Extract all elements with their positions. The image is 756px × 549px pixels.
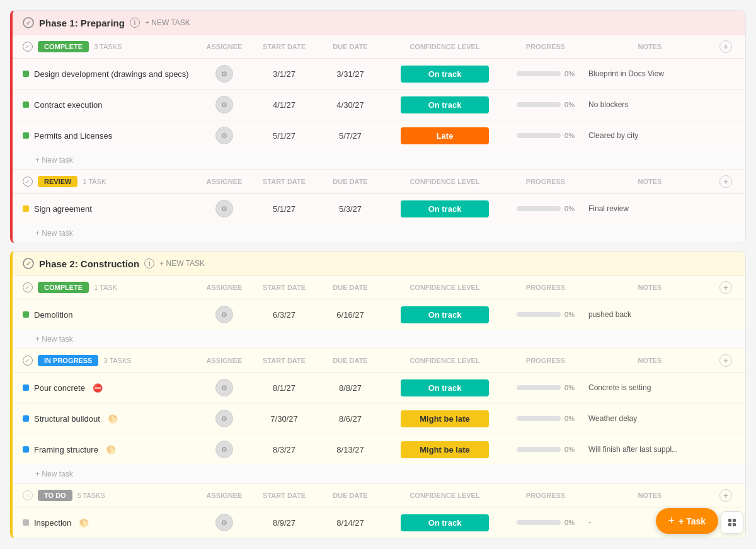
task-dot — [23, 446, 29, 453]
col-notes-r1: NOTES — [583, 178, 716, 185]
task-name: Contract execution — [34, 100, 102, 110]
assignee-avatar[interactable]: ⚙ — [215, 200, 233, 217]
task-status-icon: 🌕 — [108, 414, 118, 424]
phase2-info-icon[interactable]: i — [144, 258, 154, 269]
fab-task-button[interactable]: + + Task — [656, 508, 718, 534]
grid-view-button[interactable] — [721, 511, 743, 534]
table-row: Framing structure 🌕 ⚙ 8/3/27 8/13/27 Mig… — [13, 434, 745, 465]
assignee-avatar[interactable]: ⚙ — [215, 410, 233, 427]
phase1-chevron[interactable]: ✓ — [23, 17, 34, 28]
task-name: Inspection — [34, 518, 71, 528]
due-date: 5/3/27 — [319, 204, 382, 214]
assignee-avatar[interactable]: ⚙ — [215, 96, 233, 113]
confidence-badge: Might be late — [401, 410, 489, 427]
progress-pct: 0% — [564, 446, 575, 453]
add-col-btn-2[interactable]: + — [719, 281, 732, 294]
col-duedate-2td: DUE DATE — [319, 492, 382, 499]
section2-complete-badge: COMPLETE — [38, 282, 89, 293]
task-dot — [23, 415, 29, 422]
progress-bar — [517, 447, 561, 452]
col-startdate-r1: START DATE — [249, 178, 319, 185]
notes-cell: pushed back — [583, 310, 716, 319]
fab-plus-icon: + — [668, 514, 675, 528]
due-date: 8/8/27 — [319, 383, 382, 393]
section1-review-chevron[interactable]: ✓ — [23, 176, 33, 187]
section2-todo-chevron[interactable]: ○ — [23, 490, 33, 500]
task-name: Pour concrete — [34, 383, 85, 393]
col-startdate-2ip: START DATE — [249, 357, 319, 364]
section2-complete-chevron[interactable]: ✓ — [23, 282, 33, 292]
add-col-btn-2td[interactable]: + — [719, 489, 732, 502]
section2-todo-badge: TO DO — [38, 490, 72, 501]
add-col-btn-2ip[interactable]: + — [719, 354, 732, 367]
phase1-info-icon[interactable]: i — [130, 18, 140, 28]
confidence-badge: Might be late — [401, 441, 489, 458]
section2-inprogress-badge: IN PROGRESS — [38, 355, 98, 366]
col-progress-2td: PROGRESS — [508, 492, 583, 499]
progress-pct: 0% — [564, 205, 575, 212]
phase2-chevron[interactable]: ✓ — [23, 258, 34, 269]
progress-bar — [517, 416, 561, 421]
col-progress-r1: PROGRESS — [508, 178, 583, 185]
confidence-badge: Late — [401, 127, 489, 144]
start-date: 6/3/27 — [249, 310, 319, 320]
phase1-title: Phase 1: Preparing — [39, 18, 125, 28]
col-confidence-2ip: CONFIDENCE LEVEL — [382, 357, 508, 364]
confidence-badge: On track — [401, 514, 489, 531]
new-task-link-1[interactable]: + New task — [13, 151, 745, 170]
confidence-badge: On track — [401, 200, 489, 217]
section1-complete-chevron[interactable]: ✓ — [23, 42, 33, 52]
phase1-new-task[interactable]: + NEW TASK — [145, 18, 190, 27]
table-row: Design development (drawings and specs) … — [13, 59, 745, 90]
assignee-avatar[interactable]: ⚙ — [215, 127, 233, 144]
phase2-new-task[interactable]: + NEW TASK — [159, 259, 205, 268]
grid-icon — [728, 519, 736, 526]
new-task-link-r1[interactable]: + New task — [13, 224, 745, 243]
start-date: 8/1/27 — [249, 383, 319, 393]
col-confidence-2: CONFIDENCE LEVEL — [382, 284, 508, 291]
col-startdate-2: START DATE — [249, 284, 319, 291]
new-task-link-2ip[interactable]: + New task — [13, 465, 745, 483]
new-task-link-2c[interactable]: + New task — [13, 330, 745, 349]
section2-inprogress-chevron[interactable]: ✓ — [23, 355, 33, 366]
col-startdate-2td: START DATE — [249, 492, 319, 499]
task-dot — [23, 205, 29, 212]
add-col-btn-1[interactable]: + — [719, 40, 732, 53]
confidence-badge: On track — [401, 66, 489, 83]
col-assignee-1: ASSIGNEE — [199, 43, 249, 50]
assignee-avatar[interactable]: ⚙ — [215, 441, 233, 458]
assignee-avatar[interactable]: ⚙ — [215, 65, 233, 83]
col-confidence-r1: CONFIDENCE LEVEL — [382, 178, 508, 185]
col-confidence-1: CONFIDENCE LEVEL — [382, 43, 508, 50]
due-date: 8/13/27 — [319, 445, 382, 454]
assignee-avatar[interactable]: ⚙ — [215, 306, 233, 323]
assignee-avatar[interactable]: ⚙ — [215, 379, 233, 396]
due-date: 8/6/27 — [319, 414, 382, 424]
progress-bar — [517, 312, 561, 317]
section1-review-count: 1 TASK — [83, 178, 106, 185]
section2-inprogress-count: 3 TASKS — [103, 357, 131, 364]
section1-complete-badge: COMPLETE — [38, 41, 89, 52]
task-name: Design development (drawings and specs) — [34, 69, 189, 79]
due-date: 4/30/27 — [319, 100, 382, 110]
add-col-btn-r1[interactable]: + — [719, 175, 732, 188]
due-date: 5/7/27 — [319, 131, 382, 141]
col-progress-2: PROGRESS — [508, 284, 583, 291]
col-progress-2ip: PROGRESS — [508, 357, 583, 364]
table-row: Sign agreement ⚙ 5/1/27 5/3/27 On track … — [13, 194, 745, 224]
col-notes-1: NOTES — [583, 43, 716, 50]
task-dot — [23, 384, 29, 391]
task-status-icon: 🌕 — [106, 445, 116, 454]
progress-bar — [517, 133, 561, 138]
task-dot — [23, 71, 29, 77]
start-date: 5/1/27 — [249, 131, 319, 141]
due-date: 8/14/27 — [319, 518, 382, 528]
task-dot — [23, 519, 29, 526]
confidence-badge: On track — [401, 306, 489, 323]
assignee-avatar[interactable]: ⚙ — [215, 514, 233, 531]
col-duedate-1: DUE DATE — [319, 43, 382, 50]
table-row: Pour concrete ⛔ ⚙ 8/1/27 8/8/27 On track… — [13, 373, 745, 403]
notes-cell: Concrete is setting — [583, 383, 716, 392]
col-duedate-2ip: DUE DATE — [319, 357, 382, 364]
confidence-badge: On track — [401, 379, 489, 396]
